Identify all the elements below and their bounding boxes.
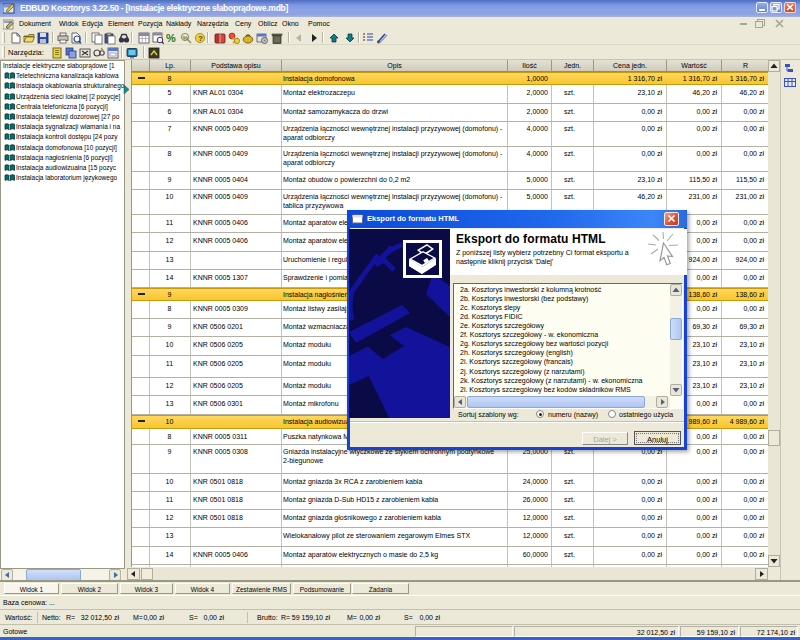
- svg-text:?: ?: [198, 34, 203, 43]
- svg-text:%: %: [166, 32, 176, 44]
- svg-text:%: %: [183, 35, 189, 41]
